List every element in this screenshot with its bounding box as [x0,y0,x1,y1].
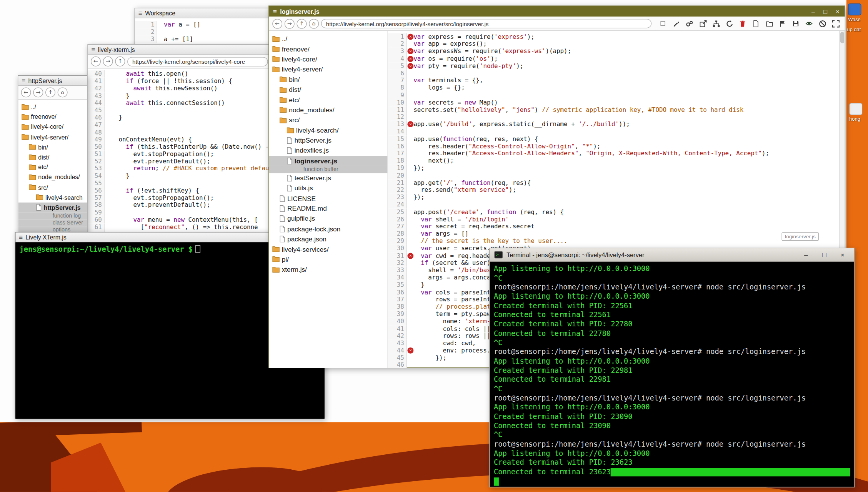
code-line-25[interactable]: 25app.post('/create', function (req, res… [388,208,845,216]
menu-icon[interactable]: ≡ [22,77,25,84]
tree-item-etc[interactable]: etc/ [18,162,87,172]
code-line-11[interactable]: 11secrets.set("hellolively", "jens") // … [388,106,845,113]
code-line-3[interactable]: 3a += [1] [135,36,270,43]
code-line-26[interactable]: 26 var shell = '/bin/login' [388,216,845,223]
code-line-43[interactable]: 43 } [88,92,271,100]
code-line-7[interactable]: 7var terminals = {}, [388,77,845,84]
close-button[interactable]: × [834,8,841,15]
tree-item-lively4-core[interactable]: lively4-core/ [269,54,388,64]
tree-subitem-function-log[interactable]: function log [18,213,87,219]
code-line-57[interactable]: 57 evt.stopPropagation(); [88,194,271,202]
forward-button[interactable]: → [285,18,295,28]
tree-item-lively4-services[interactable]: lively4-services/ [269,244,388,254]
tree-item-package-lock-json[interactable]: package-lock.json [269,224,388,234]
new-folder-icon[interactable] [763,18,775,29]
url-input[interactable] [321,19,651,28]
code-line-13[interactable]: 13×app.use('/build', express.static(__di… [388,121,845,128]
maximize-button[interactable]: □ [817,251,831,259]
tree-subitem-class-server[interactable]: class Server [18,219,87,226]
up-button[interactable]: ↑ [115,57,125,66]
brush-icon[interactable] [670,18,682,29]
open-external-icon[interactable] [697,18,708,29]
code-line-40[interactable]: 40 await this.open() [88,70,271,78]
httpserver-titlebar[interactable]: ≡ httpServer.js [18,76,87,86]
tree-item-item[interactable]: ../ [18,102,87,112]
tree-item-pi[interactable]: pi/ [269,254,388,264]
code-line-16[interactable]: 16 res.header("Access-Control-Allow-Orig… [388,143,845,150]
code-line-44[interactable]: 44 await this.connectSession() [88,100,271,107]
menu-icon[interactable]: ≡ [273,8,277,15]
menu-icon[interactable]: ≡ [19,234,23,240]
code-line-46[interactable]: 46 } [88,114,271,121]
code-line-42[interactable]: 42 await this.newSession() [88,85,271,92]
tree-item-lively4-search[interactable]: lively4-search/ [269,125,388,135]
url-input[interactable] [127,57,268,66]
tree-item-src[interactable]: src/ [18,182,87,192]
back-button[interactable]: ← [91,57,101,66]
code-line-49[interactable]: 49 onContextMenu(evt) { [88,136,271,143]
flag-icon[interactable] [776,18,788,29]
terminal-titlebar[interactable]: Terminal - jens@sensorpi: ~/lively4/live… [490,248,854,262]
tree-item-freenove[interactable]: freenove/ [269,44,388,54]
tree-item-package-json[interactable]: package.json [269,234,388,244]
tree-item-lively4-search[interactable]: lively4-search [18,192,87,202]
tree-item-lively4-server[interactable]: lively4-server/ [18,132,87,142]
forward-button[interactable]: → [33,87,43,97]
tree-item-lively4-server[interactable]: lively4-server/ [269,64,388,74]
back-button[interactable]: ← [21,87,31,97]
code-line-1[interactable]: 1×var express = require('express'); [388,33,845,40]
minimize-button[interactable]: – [810,8,816,15]
back-button[interactable]: ← [272,18,282,28]
code-line-47[interactable]: 47 [88,121,271,129]
code-line-60[interactable]: 60 var menu = new ContextMenu(this, [ [88,216,271,223]
code-line-2[interactable]: 2var app = express(); [388,40,845,48]
tree-item-item[interactable]: ../ [269,34,388,44]
fullscreen-icon[interactable] [830,18,841,29]
code-line-54[interactable]: 54 } [88,173,271,180]
code-line-29[interactable]: 29 // the secret is the key to the user.… [388,238,845,245]
tree-item-loginserver-js[interactable]: loginserver.js [269,156,388,166]
code-line-1[interactable]: 1var a = [] [135,21,270,28]
code-line-59[interactable]: 59 [88,209,271,216]
code-line-51[interactable]: 51 evt.stopPropagation(); [88,151,271,158]
desktop-icon-updated[interactable]: up dat [847,25,868,32]
code-line-45[interactable]: 45 [88,107,271,114]
code-line-3[interactable]: 3×var expressWs = require('express-ws')(… [388,48,845,55]
code-line-9[interactable]: 9 [388,91,845,99]
home-button[interactable]: ⌂ [309,18,319,28]
new-file-icon[interactable] [750,18,761,29]
workspace-titlebar[interactable]: ≡ Workspace [135,8,270,18]
forward-button[interactable]: → [103,57,113,66]
tree-item-freenove[interactable]: freenove/ [18,112,87,122]
error-marker-icon[interactable]: × [407,253,413,259]
code-line-5[interactable]: 5×var pty = require('node-pty'); [388,62,845,70]
tree-item-dist[interactable]: dist/ [269,85,388,95]
tree-item-node-modules[interactable]: node_modules/ [18,172,87,182]
tree-item-utils-js[interactable]: utils.js [269,183,388,193]
select-icon[interactable] [657,18,669,29]
code-line-27[interactable]: 27 var secret = req.headers.secret [388,223,845,230]
tree-item-httpserver-js[interactable]: httpServer.js [269,136,388,146]
tree-item-xterm-js[interactable]: xterm.js/ [269,264,388,274]
error-marker-icon[interactable]: × [407,63,413,69]
code-line-22[interactable]: 22 res.send("xterm service"); [388,186,845,194]
loginserver-titlebar[interactable]: ≡ loginserver.js – □ × [269,6,845,17]
code-editor[interactable]: 40 await this.open()41 if (force || !thi… [88,68,271,235]
tree-item-readme-md[interactable]: README.md [269,203,388,213]
sitemap-icon[interactable] [710,18,722,29]
code-line-17[interactable]: 17 res.header("Access-Control-Allow-Head… [388,150,845,157]
code-line-41[interactable]: 41 if (force || !this.session) { [88,78,271,85]
error-marker-icon[interactable]: × [407,347,413,354]
code-line-53[interactable]: 53 return; // #HACK custom prevent defau… [88,165,271,173]
tree-item-testserver-js[interactable]: testServer.js [269,173,388,183]
code-line-56[interactable]: 56 if (!evt.shiftKey) { [88,187,271,194]
tree-item-gulpfile-js[interactable]: gulpfile.js [269,214,388,224]
code-line-24[interactable]: 24 [388,201,845,208]
code-line-21[interactable]: 21app.get('/', function(req, res){ [388,179,845,186]
minimize-button[interactable]: – [799,251,813,259]
code-line-28[interactable]: 28 var args = [] [388,230,845,238]
tree-item-lively4-core[interactable]: lively4-core/ [18,122,87,132]
code-line-6[interactable]: 6 [388,70,845,77]
tree-subitem-function-buffer[interactable]: function buffer [269,166,388,173]
tree-item-etc[interactable]: etc/ [269,95,388,105]
